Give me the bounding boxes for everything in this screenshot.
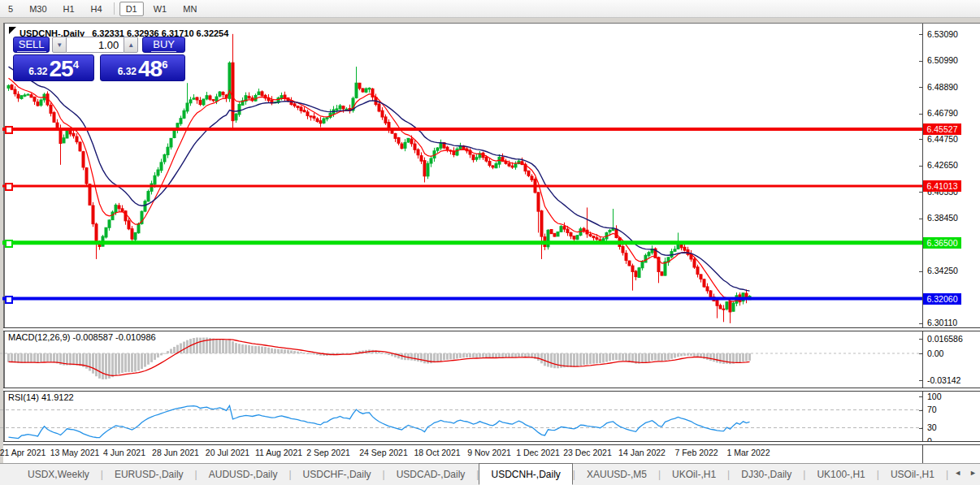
one-click-trade-panel: SELL ▼ 1.00 ▲ BUY 6.32 25 4 6.32 48 6 [13,37,185,81]
hline-anchor-marker[interactable] [5,126,13,134]
sell-price-button[interactable]: 6.32 25 4 [13,54,94,81]
macd-tick-label: 0.016586 [927,334,963,344]
price-tick-label: 6.42650 [927,160,958,170]
hline-price-badge: 6.45527 [923,123,961,135]
buy-price-pip: 6 [162,61,167,69]
rsi-label: RSI(14) 41.9122 [8,392,74,402]
price-tick-mark [919,219,922,219]
sell-price-prefix: 6.32 [28,63,47,80]
chevron-up-icon: ▲ [128,41,134,49]
rsi-tick-mark [919,410,922,411]
price-tick-label: 6.34250 [927,266,958,275]
toolbar-separator [114,2,115,15]
tab-usdx-weekly[interactable]: USDX,Weekly [16,464,101,485]
timeframe-button-w1[interactable]: W1 [147,2,174,16]
price-tick-mark [919,192,922,193]
date-tick-label: 28 Jun 2021 [152,448,199,457]
buy-price-main: 48 [138,58,162,80]
tab-scroll-buttons: ◄► [954,469,977,477]
rsi-tick-label: 100 [927,392,942,401]
time-axis: 21 Apr 202113 May 20214 Jun 202128 Jun 2… [3,444,980,463]
timeframe-button-h4[interactable]: H4 [85,2,109,16]
pane-divider[interactable] [3,388,980,392]
tab-ukoil-h1[interactable]: UKOil-,H1 [661,464,727,485]
macd-label: MACD(12,26,9) -0.008587 -0.010986 [8,332,156,342]
timeframe-button-d1[interactable]: D1 [119,2,144,16]
tab-separator: | [946,464,948,485]
buy-price-button[interactable]: 6.32 48 6 [100,54,185,81]
rsi-tick-label: 70 [927,405,937,414]
chart-tab-bar: USDX,Weekly|EURUSD-,Daily|AUDUSD-,Daily|… [0,463,980,485]
price-tick-mark [919,34,922,35]
date-tick-label: 13 May 2021 [50,448,100,457]
date-tick-label: 23 Dec 2021 [563,448,612,457]
chevron-down-icon: ▼ [56,41,63,49]
hline-anchor-marker[interactable] [5,296,13,304]
price-tick-label: 6.46790 [927,108,958,118]
rsi-tick-label: 30 [927,422,937,432]
volume-decrease-button[interactable]: ▼ [52,37,67,53]
tab-usdcnh-daily[interactable]: USDCNH-,Daily [479,463,572,485]
macd-tick-label: 0.00 [927,349,943,358]
date-tick-label: 18 Oct 2021 [414,448,460,457]
volume-increase-button[interactable]: ▲ [124,37,138,53]
tab-usdcad-daily[interactable]: USDCAD-,Daily [385,464,477,485]
tab-scroll-right-icon[interactable]: ► [969,469,977,477]
price-tick-mark [919,166,922,167]
sell-price-pip: 4 [73,61,79,69]
tab-usoil-h1[interactable]: USOil-,H1 [879,464,946,485]
macd-tick-mark [919,353,922,354]
timeframe-button-5[interactable]: 5 [2,2,20,16]
hline-anchor-marker[interactable] [5,183,13,191]
pane-divider[interactable] [3,441,980,445]
rsi-tick-mark [919,428,922,429]
buy-button[interactable]: BUY [142,37,185,53]
timeframe-button-h1[interactable]: H1 [57,2,81,16]
date-tick-label: 2 Sep 2021 [306,448,350,457]
rsi-tick-mark [919,396,922,397]
timeframe-toolbar: 5M30H1H4D1W1MN [0,0,980,18]
hline-price-badge: 6.32060 [923,293,961,305]
tab-eurusd-daily[interactable]: EURUSD-,Daily [103,464,195,485]
price-tick-mark [919,139,922,140]
price-tick-label: 6.30110 [927,318,957,327]
pane-divider[interactable] [3,327,980,331]
price-tick-mark [919,323,922,324]
hline-price-badge: 6.41013 [923,180,961,192]
timeframe-button-m30[interactable]: M30 [23,2,53,16]
price-tick-mark [919,114,922,115]
date-tick-label: 24 Sep 2021 [359,448,408,457]
tab-usdchf-daily[interactable]: USDCHF-,Daily [292,464,383,485]
buy-button-label: BUY [151,38,176,52]
tab-dj30-daily[interactable]: DJ30-,Daily [730,464,803,485]
price-tick-label: 6.48890 [927,82,958,92]
price-tick-label: 6.53090 [927,29,958,39]
buy-price-prefix: 6.32 [118,63,137,80]
date-tick-label: 7 Feb 2022 [674,448,718,457]
tab-uk100-h1[interactable]: UK100-,H1 [805,464,876,485]
timeframe-button-mn[interactable]: MN [176,2,203,16]
date-tick-label: 11 Aug 2021 [255,448,302,457]
price-tick-mark [919,61,922,62]
date-tick-label: 1 Dec 2021 [516,448,560,457]
tab-xauusd-m5[interactable]: XAUUSD-,M5 [575,464,658,485]
chart-corner-arrow-icon [9,27,16,34]
date-tick-label: 4 Jun 2021 [103,448,145,457]
macd-tick-label: -0.03142 [927,375,960,385]
date-tick-label: 1 Mar 2022 [726,448,770,457]
date-tick-label: 14 Jan 2022 [618,448,666,457]
sell-button[interactable]: SELL [13,37,50,53]
price-tick-label: 6.44750 [927,134,958,144]
tab-scroll-left-icon[interactable]: ◄ [954,469,961,477]
hline-anchor-marker[interactable] [5,240,13,248]
price-tick-label: 6.50990 [927,55,958,65]
rsi-indicator-pane[interactable] [0,391,922,441]
macd-tick-mark [919,339,922,340]
tab-audusd-daily[interactable]: AUDUSD-,Daily [197,464,289,485]
date-tick-label: 20 Jul 2021 [206,448,249,457]
price-tick-mark [919,271,922,272]
hline-price-badge: 6.36500 [923,237,961,249]
volume-input[interactable]: 1.00 [67,37,124,53]
price-tick-mark [919,87,922,88]
sell-price-main: 25 [50,58,73,80]
